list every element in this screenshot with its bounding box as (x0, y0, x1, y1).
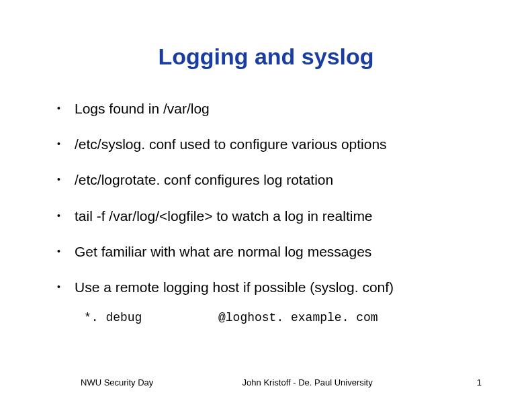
code-left: *. debug (84, 311, 218, 324)
list-item: /etc/logrotate. conf configures log rota… (57, 171, 482, 188)
list-item: Use a remote logging host if possible (s… (57, 279, 482, 295)
code-right: @loghost. example. com (218, 311, 378, 324)
slide: Logging and syslog Logs found in /var/lo… (0, 0, 532, 411)
footer-page-number: 1 (461, 377, 482, 387)
footer-left: NWU Security Day (81, 377, 153, 387)
list-item: Get familiar with what are normal log me… (57, 243, 482, 260)
list-item: tail -f /var/log/<logfile> to watch a lo… (57, 208, 482, 224)
footer: NWU Security Day John Kristoff - De. Pau… (0, 377, 532, 387)
code-example: *. debug @loghost. example. com (50, 311, 482, 324)
bullet-list: Logs found in /var/log /etc/syslog. conf… (50, 100, 482, 295)
list-item: /etc/syslog. conf used to configure vari… (57, 136, 482, 152)
footer-center: John Kristoff - De. Paul University (153, 377, 461, 387)
page-title: Logging and syslog (50, 44, 482, 70)
list-item: Logs found in /var/log (57, 100, 482, 117)
